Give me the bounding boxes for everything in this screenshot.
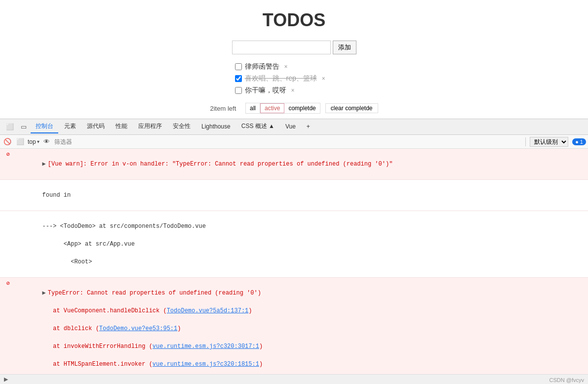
list-item: 你干嘛，哎呀 × [235,86,353,95]
preserve-log-button[interactable]: 👁 [41,136,52,147]
link-2[interactable]: TodoDemo.vue?ee53:95:1 [99,325,177,332]
console-entry: ⊘ ▶[Vue warn]: Error in v-on handler: "T… [0,149,588,180]
filter-input[interactable] [54,138,521,145]
console-bottom-bar: ▶ [0,374,588,384]
tab-performance[interactable]: 性能 [111,120,132,133]
link-4[interactable]: vue.runtime.esm.js?c320:1815:1 [153,361,259,368]
context-label: top [28,138,36,145]
error-icon-2: ⊘ [0,279,12,287]
console-text-3: ---> <TodoDemo> at src/components/TodoDe… [12,212,588,276]
filter-buttons: all active completde [245,103,320,114]
link-1[interactable]: TodoDemo.vue?5a5d:137:1 [167,307,249,314]
link-3[interactable]: vue.runtime.esm.js?c320:3017:1 [153,343,259,350]
delete-btn-2[interactable]: × [322,75,325,82]
level-select[interactable]: 默认级别 [530,137,568,147]
add-button[interactable]: 添加 [333,41,356,54]
tab-css[interactable]: CSS 概述 ▲ [236,120,279,133]
tab-lighthouse[interactable]: Lighthouse [196,121,235,133]
tab-elements[interactable]: 元素 [59,120,81,133]
devtools-tabs: ⬜ ▭ 控制台 元素 源代码 性能 应用程序 安全性 Lighthouse CS… [0,119,588,135]
filter-active[interactable]: active [260,103,284,113]
todo-checkbox-3[interactable] [235,87,242,94]
console-entry: ---> <TodoDemo> at src/components/TodoDe… [0,211,588,278]
tab-console[interactable]: 控制台 [31,120,58,133]
todo-footer: 2item left all active completde clear co… [210,103,378,114]
context-selector-wrap: top ▾ [28,138,39,145]
clear-console-button[interactable]: 🚫 [2,136,13,147]
app-title: TODOS [263,10,325,31]
todo-checkbox-2[interactable] [235,75,242,82]
tab-sources[interactable]: 源代码 [82,120,110,133]
item-count: 2item left [210,105,241,112]
expand-icon-2[interactable]: ▶ [42,290,46,297]
todo-list: 律师函警告 × 喜欢唱、跳、rep、篮球 × 你干嘛，哎呀 × [235,62,353,98]
console-text-2: found in [12,181,588,210]
tab-application[interactable]: 应用程序 [133,120,167,133]
console-prompt-icon[interactable]: ▶ [4,376,8,383]
filter-toggle-button[interactable]: ⬜ [15,136,26,147]
todo-label-2: 喜欢唱、跳、rep、篮球 [245,74,317,83]
clear-complete-button[interactable]: clear completde [325,103,378,113]
console-output: ⊘ ▶[Vue warn]: Error in v-on handler: "T… [0,149,588,374]
list-item: 喜欢唱、跳、rep、篮球 × [235,74,353,83]
console-entry: found in [0,180,588,211]
filter-completde[interactable]: completde [284,103,319,113]
todo-input[interactable] [232,41,331,54]
todo-checkbox-1[interactable] [235,63,242,70]
filter-all[interactable]: all [246,103,260,113]
error-badge: ● 1 [572,138,586,145]
tab-vue[interactable]: Vue [280,121,301,133]
delete-btn-1[interactable]: × [284,63,288,70]
console-entry: ⊘ ▶TypeError: Cannot read properties of … [0,278,588,374]
todo-label-1: 律师函警告 [245,62,279,71]
todo-label-3: 你干嘛，哎呀 [245,86,286,95]
list-item: 律师函警告 × [235,62,353,71]
error-icon-1: ⊘ [0,150,12,158]
console-text-1: ▶[Vue warn]: Error in v-on handler: "Typ… [12,150,588,178]
devtools-toolbar: 🚫 ⬜ top ▾ 👁 默认级别 ● 1 [0,135,588,149]
app-area: TODOS 添加 律师函警告 × 喜欢唱、跳、rep、篮球 × 你干嘛，哎呀 ×… [0,0,588,119]
context-chevron-icon: ▾ [37,139,39,144]
separator [525,137,526,146]
devtools-panel: ⬜ ▭ 控制台 元素 源代码 性能 应用程序 安全性 Lighthouse CS… [0,119,588,384]
watermark: CSDN @fvcyv [549,377,584,383]
tab-device-icon[interactable]: ▭ [18,121,30,132]
level-selector-wrap: 默认级别 ● 1 [530,137,586,147]
delete-btn-3[interactable]: × [291,87,295,94]
expand-icon-1[interactable]: ▶ [42,161,46,168]
todo-input-row: 添加 [232,41,356,54]
console-text-4: ▶TypeError: Cannot read properties of un… [12,279,588,374]
gutter-3 [0,212,12,213]
tab-screen-icon[interactable]: ⬜ [3,121,17,132]
tab-security[interactable]: 安全性 [168,120,196,133]
gutter-2 [0,181,12,182]
tab-plus[interactable]: + [302,121,315,133]
